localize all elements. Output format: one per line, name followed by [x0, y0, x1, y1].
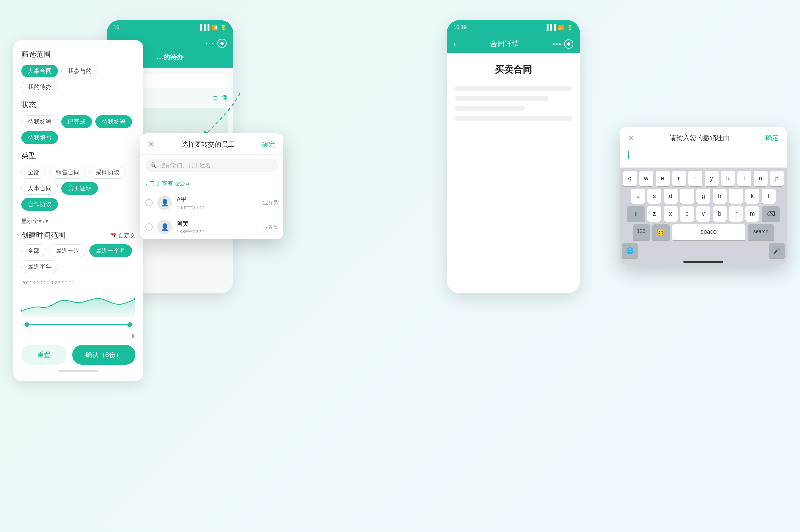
- type-purchase[interactable]: 采购协议: [89, 166, 126, 179]
- right-status-icons: ▐▐▐ 📶 🔋: [545, 24, 573, 31]
- employee-radio-2[interactable]: [145, 223, 153, 231]
- key-shift[interactable]: ⇧: [627, 206, 645, 222]
- key-s[interactable]: s: [647, 189, 661, 204]
- key-emoji[interactable]: 😊: [652, 224, 670, 240]
- key-n[interactable]: n: [729, 206, 743, 222]
- reset-button[interactable]: 重置: [21, 345, 67, 365]
- key-e[interactable]: e: [656, 171, 670, 186]
- date-slider[interactable]: [21, 324, 135, 325]
- cancel-confirm-button[interactable]: 确定: [765, 133, 779, 142]
- key-m[interactable]: m: [745, 206, 759, 222]
- contract-three-dots[interactable]: [553, 43, 561, 45]
- modal-confirm-button[interactable]: 确定: [262, 140, 275, 149]
- cancel-text-input[interactable]: [620, 148, 787, 168]
- key-a[interactable]: a: [631, 189, 645, 204]
- show-all-link[interactable]: 显示全部 ▾: [21, 217, 135, 225]
- three-dots-icon[interactable]: [206, 39, 213, 48]
- key-x[interactable]: x: [664, 206, 678, 222]
- status-tag-pending-sign[interactable]: 待我签署: [21, 115, 58, 128]
- key-z[interactable]: z: [647, 206, 661, 222]
- key-numbers[interactable]: 123: [633, 224, 650, 240]
- type-tag-row: 全部 销售合同 采购协议 人事合同 员工证明 合作协议: [21, 166, 135, 211]
- employee-avatar-2: 👤: [157, 220, 172, 234]
- keyboard-row-2: a s d f g h j k l: [622, 189, 785, 204]
- status-tag-done[interactable]: 已完成: [61, 115, 92, 128]
- date-month[interactable]: 最近一个月: [89, 244, 132, 257]
- contract-nav-title: 合同详情: [490, 39, 519, 49]
- key-k[interactable]: k: [745, 189, 759, 204]
- key-j[interactable]: j: [729, 189, 743, 204]
- contract-nav: ‹ 合同详情: [447, 35, 580, 53]
- contract-line-1: [455, 86, 572, 91]
- key-w[interactable]: w: [639, 171, 653, 186]
- scope-tag-personnel[interactable]: 人事合同: [21, 65, 58, 77]
- employee-info-2: 阿黄 138****2222: [177, 220, 258, 234]
- keyboard: q w e r t y u i o p a s d f g h j k l ⇧ …: [620, 168, 787, 265]
- date-halfyear[interactable]: 最近半年: [21, 260, 58, 273]
- phone-right: 10:19 ▐▐▐ 📶 🔋 ‹ 合同详情 买卖合同: [447, 20, 580, 293]
- type-personnel[interactable]: 人事合同: [21, 182, 58, 195]
- date-tag-row: 全部 最近一周 最近一个月 最近半年: [21, 244, 135, 273]
- cancel-close-button[interactable]: ✕: [628, 134, 634, 142]
- key-g[interactable]: g: [696, 189, 710, 204]
- key-b[interactable]: b: [713, 206, 727, 222]
- status-tag-waiting-fill[interactable]: 待我填写: [21, 131, 58, 144]
- key-mic[interactable]: 🎤: [769, 243, 785, 258]
- key-p[interactable]: p: [770, 171, 784, 186]
- key-q[interactable]: q: [623, 171, 637, 186]
- type-sales[interactable]: 销售合同: [49, 166, 86, 179]
- key-i[interactable]: i: [737, 171, 751, 186]
- type-title: 类型: [21, 151, 135, 161]
- key-delete[interactable]: ⌫: [762, 206, 780, 222]
- key-h[interactable]: h: [713, 189, 727, 204]
- date-week[interactable]: 最近一周: [49, 244, 86, 257]
- key-t[interactable]: t: [688, 171, 702, 186]
- type-cooperation[interactable]: 合作协议: [21, 198, 58, 211]
- list-icon[interactable]: ≡: [213, 94, 217, 102]
- back-button[interactable]: ‹: [453, 39, 456, 49]
- custom-date-label[interactable]: 📅 自定义: [110, 232, 135, 239]
- date-title: 创建时间范围: [21, 230, 65, 240]
- search-icon: 🔍: [150, 162, 157, 169]
- key-space[interactable]: space: [672, 224, 745, 240]
- employee-radio-1[interactable]: [145, 199, 153, 206]
- keyboard-row-4: 123 😊 space search: [622, 224, 785, 240]
- key-globe[interactable]: 🌐: [622, 243, 638, 258]
- record-icon[interactable]: [217, 39, 227, 48]
- key-r[interactable]: r: [672, 171, 686, 186]
- date-all[interactable]: 全部: [21, 244, 46, 257]
- filter-icon[interactable]: ⚗: [221, 94, 228, 102]
- confirm-button[interactable]: 确认（8份）: [72, 345, 135, 365]
- type-certificate[interactable]: 员工证明: [61, 182, 98, 195]
- modal-close-button[interactable]: ✕: [148, 140, 154, 149]
- key-v[interactable]: v: [696, 206, 710, 222]
- keyboard-row-3: ⇧ z x c v b n m ⌫: [622, 206, 785, 222]
- cancel-modal: ✕ 请输入您的撤销理由 确定 q w e r t y u i o p a s d…: [620, 127, 787, 265]
- employee-item-1[interactable]: 👤 A甲 138****2222 业务员: [140, 191, 283, 215]
- scope-tag-participated[interactable]: 我参与的: [61, 65, 98, 77]
- status-tag-waiting-sign[interactable]: 待我签署: [95, 115, 132, 128]
- key-c[interactable]: c: [680, 206, 694, 222]
- key-o[interactable]: o: [754, 171, 768, 186]
- key-u[interactable]: u: [721, 171, 735, 186]
- slider-marks: ||| |||: [21, 333, 135, 338]
- scope-tag-my-todo[interactable]: 我的待办: [21, 81, 58, 93]
- status-tag-row: 待我签署 已完成 待我签署 待我填写: [21, 115, 135, 144]
- date-chart: [21, 291, 135, 317]
- status-title: 状态: [21, 100, 135, 110]
- company-row[interactable]: ‹ 电子签有限公司: [140, 176, 283, 191]
- key-search[interactable]: search: [748, 224, 774, 240]
- modal-title: 选择要转交的员工: [181, 140, 235, 149]
- scope-tag-row: 人事合同 我参与的 我的待办: [21, 65, 135, 93]
- cancel-modal-title: 请输入您的撤销理由: [670, 133, 730, 142]
- key-l[interactable]: l: [762, 189, 776, 204]
- modal-search-bar[interactable]: 🔍 搜索部门、员工姓名: [145, 159, 278, 172]
- employee-item-2[interactable]: 👤 阿黄 138****2222 业务员: [140, 215, 283, 239]
- contract-nav-actions: [553, 39, 573, 49]
- contract-record-icon[interactable]: [564, 39, 573, 49]
- type-all[interactable]: 全部: [21, 166, 46, 179]
- key-y[interactable]: y: [705, 171, 719, 186]
- cancel-modal-header: ✕ 请输入您的撤销理由 确定: [620, 127, 787, 148]
- key-f[interactable]: f: [680, 189, 694, 204]
- key-d[interactable]: d: [664, 189, 678, 204]
